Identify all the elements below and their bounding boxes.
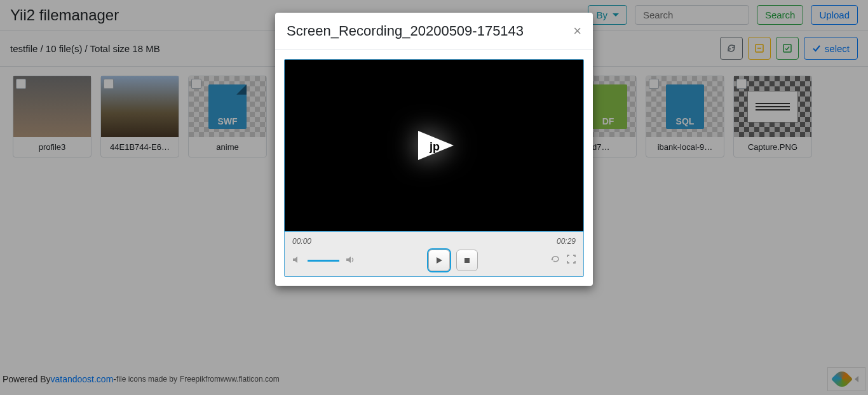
video-player: jp 00:00 00:29 <box>284 59 584 277</box>
close-icon: × <box>573 23 581 39</box>
preview-modal: Screen_Recording_20200509-175143 × jp 00… <box>275 13 593 286</box>
svg-marker-7 <box>437 257 442 264</box>
repeat-icon <box>550 255 560 264</box>
stop-icon <box>464 257 470 264</box>
play-icon: jp <box>412 130 456 161</box>
volume-max-icon[interactable] <box>346 255 356 266</box>
svg-rect-8 <box>465 258 470 263</box>
stop-button[interactable] <box>456 250 478 271</box>
svg-text:jp: jp <box>429 140 440 153</box>
play-icon <box>435 257 443 264</box>
play-button[interactable] <box>428 250 450 271</box>
fullscreen-icon <box>567 255 576 264</box>
total-time: 00:29 <box>557 237 576 246</box>
current-time: 00:00 <box>292 237 311 246</box>
svg-marker-6 <box>346 257 351 263</box>
video-canvas[interactable]: jp <box>285 60 583 231</box>
fullscreen-button[interactable] <box>567 255 576 266</box>
close-button[interactable]: × <box>573 23 581 39</box>
big-play-button[interactable]: jp <box>412 130 456 161</box>
svg-marker-5 <box>293 257 297 263</box>
repeat-button[interactable] <box>550 255 560 266</box>
mute-icon[interactable] <box>292 255 301 266</box>
volume-slider[interactable] <box>308 260 339 262</box>
modal-title: Screen_Recording_20200509-175143 <box>287 23 524 39</box>
